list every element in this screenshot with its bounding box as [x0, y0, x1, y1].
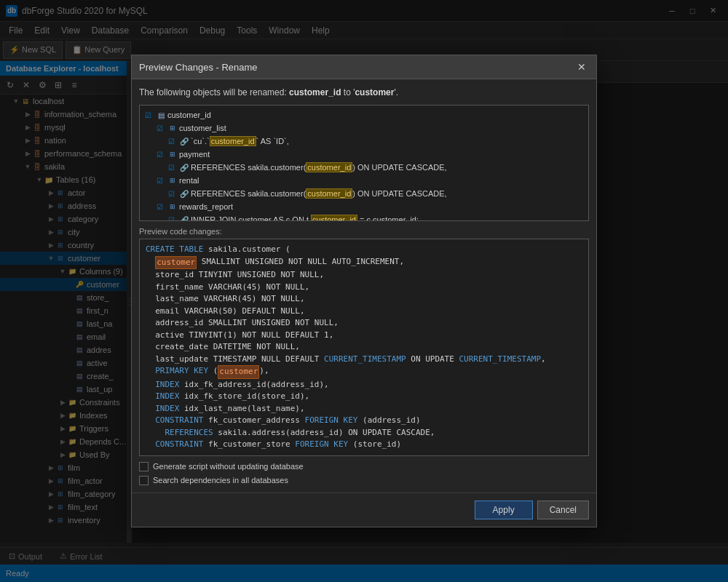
code-line-4: first_name VARCHAR(45) NOT NULL, [146, 282, 582, 294]
code-line-15: CONSTRAINT fk_customer_address FOREIGN K… [146, 415, 582, 427]
code-line-6: email VARCHAR(50) DEFAULT NULL, [146, 306, 582, 318]
code-line-5: last_name VARCHAR(45) NOT NULL, [146, 293, 582, 306]
modal-title-bar: Preview Changes - Rename ✕ [132, 55, 596, 79]
table-icon: ⊞ [167, 123, 178, 133]
code-preview-label: Preview code changes: [139, 227, 589, 236]
table-icon: ⊞ [167, 175, 178, 186]
modal-footer: Apply Cancel [132, 493, 596, 527]
checkbox-icon: ☑ [143, 110, 153, 120]
tree-item-5[interactable]: ☑ ⊞ rental [143, 174, 585, 187]
desc-prefix: The following objects will be renamed: [139, 87, 289, 97]
code-preview-area[interactable]: CREATE TABLE sakila.customer ( customer … [139, 239, 589, 456]
option-checkbox-generate[interactable] [139, 462, 149, 471]
code-line-16: REFERENCES sakila.address(address_id) ON… [146, 427, 582, 439]
checkbox-icon: ☑ [166, 162, 176, 172]
code-line-14: INDEX idx_last_name(last_name), [146, 403, 582, 415]
code-line-7: address_id SMALLINT UNSIGNED NOT NULL, [146, 317, 582, 330]
tree-item-7[interactable]: ☑ ⊞ rewards_report [143, 200, 585, 213]
modal-rename-tree[interactable]: ☑ ▤ customer_id ☑ ⊞ customer_list ☑ [139, 105, 589, 221]
code-line-10: last_update TIMESTAMP NULL DEFAULT CURRE… [146, 354, 582, 366]
option-generate-script[interactable]: Generate script without updating databas… [139, 462, 589, 471]
tree-node-label: rental [179, 176, 199, 185]
tree-node-label: REFERENCES sakila.customer(customer_id) … [191, 163, 447, 172]
tree-item-2[interactable]: ☑ 🔗 `cu`.`customer_id` AS `ID`, [143, 135, 585, 148]
option-label-search: Search dependencies in all databases [153, 476, 288, 485]
tree-item-1[interactable]: ☑ ⊞ customer_list [143, 121, 585, 135]
cancel-button[interactable]: Cancel [537, 501, 589, 519]
tree-node-label: payment [179, 150, 210, 159]
tree-node-label: `cu`.`customer_id` AS `ID`, [191, 137, 289, 146]
tree-item-8[interactable]: ☑ 🔗 INNER JOIN customer AS c ON t.custom… [143, 213, 585, 221]
desc-from: customer_id [289, 87, 341, 97]
checkbox-icon: ☑ [154, 123, 165, 133]
tree-node-label: REFERENCES sakila.customer(customer_id) … [191, 189, 447, 198]
ref-icon: 🔗 [179, 215, 189, 221]
tree-item-3[interactable]: ☑ ⊞ payment [143, 148, 585, 161]
checkbox-icon: ☑ [166, 188, 176, 199]
checkbox-icon: ☑ [166, 136, 176, 146]
code-line-9: create_date DATETIME NOT NULL, [146, 341, 582, 354]
tree-item-6[interactable]: ☑ 🔗 REFERENCES sakila.customer(customer_… [143, 187, 585, 200]
apply-button[interactable]: Apply [475, 501, 533, 519]
checkbox-icon: ☑ [154, 202, 165, 212]
code-line-17: CONSTRAINT fk_customer_store FOREIGN KEY… [146, 439, 582, 451]
table-icon: ⊞ [167, 202, 178, 212]
code-line-8: active TINYINT(1) NOT NULL DEFAULT 1, [146, 330, 582, 342]
tree-node-label: customer_list [179, 124, 226, 132]
tree-node-label: INNER JOIN customer AS c ON t.customer_i… [191, 215, 419, 221]
tree-item-0[interactable]: ☑ ▤ customer_id [143, 108, 585, 121]
code-line-13: INDEX idx_fk_store_id(store_id), [146, 391, 582, 403]
modal-preview-changes: Preview Changes - Rename ✕ The following… [131, 55, 597, 527]
desc-to: customer [355, 87, 394, 97]
tree-node-label: rewards_report [179, 202, 233, 211]
modal-options: Generate script without updating databas… [139, 462, 589, 485]
checkbox-icon: ☑ [154, 175, 165, 186]
option-label-generate: Generate script without updating databas… [153, 462, 304, 471]
code-line-3: store_id TINYINT UNSIGNED NOT NULL, [146, 269, 582, 282]
modal-close-button[interactable]: ✕ [574, 60, 589, 74]
checkbox-icon: ☑ [154, 149, 165, 159]
ref-icon: 🔗 [179, 136, 189, 146]
column-table-icon: ▤ [156, 110, 166, 120]
code-line-11: PRIMARY KEY (customer), [146, 365, 582, 379]
tree-item-4[interactable]: ☑ 🔗 REFERENCES sakila.customer(customer_… [143, 161, 585, 174]
option-search-deps[interactable]: Search dependencies in all databases [139, 476, 589, 485]
modal-description: The following objects will be renamed: c… [139, 87, 589, 99]
checkbox-icon: ☑ [166, 215, 176, 221]
table-icon: ⊞ [167, 149, 178, 159]
code-line-2: customer SMALLINT UNSIGNED NOT NULL AUTO… [146, 256, 582, 270]
modal-overlay: Preview Changes - Rename ✕ The following… [0, 0, 728, 582]
code-line-1: CREATE TABLE sakila.customer ( [146, 244, 582, 256]
tree-node-label: customer_id [167, 111, 211, 119]
modal-body: The following objects will be renamed: c… [132, 79, 596, 492]
option-checkbox-search[interactable] [139, 476, 149, 485]
ref-icon: 🔗 [179, 188, 189, 199]
ref-icon: 🔗 [179, 162, 189, 172]
modal-title: Preview Changes - Rename [139, 62, 258, 73]
code-line-12: INDEX idx_fk_address_id(address_id), [146, 379, 582, 391]
